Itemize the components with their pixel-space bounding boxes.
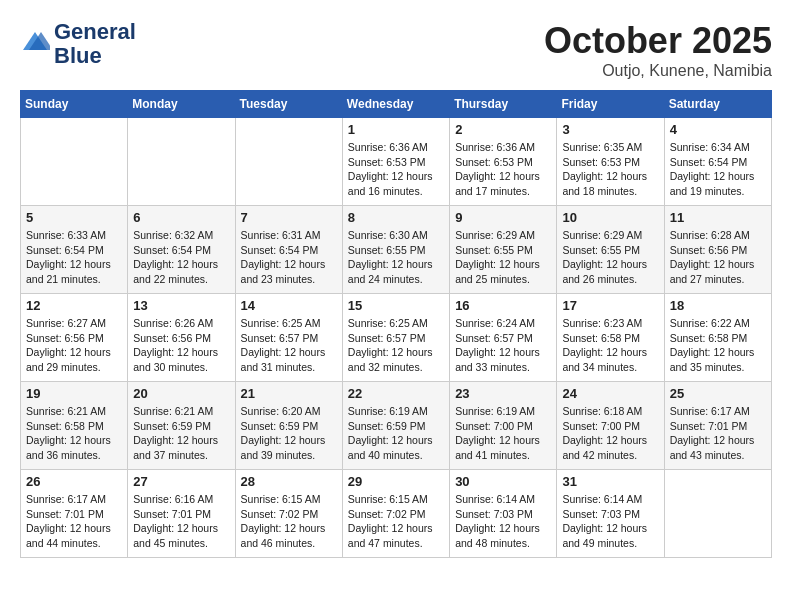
calendar-day: 15Sunrise: 6:25 AMSunset: 6:57 PMDayligh… [342,294,449,382]
calendar-day: 6Sunrise: 6:32 AMSunset: 6:54 PMDaylight… [128,206,235,294]
day-number: 4 [670,122,766,137]
day-info: Sunrise: 6:17 AMSunset: 7:01 PMDaylight:… [670,404,766,463]
day-number: 1 [348,122,444,137]
calendar-day: 9Sunrise: 6:29 AMSunset: 6:55 PMDaylight… [450,206,557,294]
calendar-day: 31Sunrise: 6:14 AMSunset: 7:03 PMDayligh… [557,470,664,558]
weekday-header: Thursday [450,91,557,118]
calendar-day: 17Sunrise: 6:23 AMSunset: 6:58 PMDayligh… [557,294,664,382]
day-info: Sunrise: 6:34 AMSunset: 6:54 PMDaylight:… [670,140,766,199]
weekday-header: Sunday [21,91,128,118]
calendar-day: 7Sunrise: 6:31 AMSunset: 6:54 PMDaylight… [235,206,342,294]
day-number: 8 [348,210,444,225]
month-title: October 2025 [544,20,772,62]
day-info: Sunrise: 6:30 AMSunset: 6:55 PMDaylight:… [348,228,444,287]
day-number: 21 [241,386,337,401]
weekday-header: Tuesday [235,91,342,118]
day-number: 24 [562,386,658,401]
weekday-header: Saturday [664,91,771,118]
day-number: 16 [455,298,551,313]
calendar-week-row: 26Sunrise: 6:17 AMSunset: 7:01 PMDayligh… [21,470,772,558]
calendar-day: 24Sunrise: 6:18 AMSunset: 7:00 PMDayligh… [557,382,664,470]
day-info: Sunrise: 6:18 AMSunset: 7:00 PMDaylight:… [562,404,658,463]
day-info: Sunrise: 6:28 AMSunset: 6:56 PMDaylight:… [670,228,766,287]
calendar-day: 12Sunrise: 6:27 AMSunset: 6:56 PMDayligh… [21,294,128,382]
day-number: 5 [26,210,122,225]
calendar-day: 19Sunrise: 6:21 AMSunset: 6:58 PMDayligh… [21,382,128,470]
day-number: 12 [26,298,122,313]
calendar-day: 30Sunrise: 6:14 AMSunset: 7:03 PMDayligh… [450,470,557,558]
day-number: 7 [241,210,337,225]
calendar-day: 11Sunrise: 6:28 AMSunset: 6:56 PMDayligh… [664,206,771,294]
day-number: 11 [670,210,766,225]
day-info: Sunrise: 6:36 AMSunset: 6:53 PMDaylight:… [348,140,444,199]
day-info: Sunrise: 6:26 AMSunset: 6:56 PMDaylight:… [133,316,229,375]
day-info: Sunrise: 6:15 AMSunset: 7:02 PMDaylight:… [348,492,444,551]
day-info: Sunrise: 6:19 AMSunset: 7:00 PMDaylight:… [455,404,551,463]
day-number: 10 [562,210,658,225]
calendar-day: 1Sunrise: 6:36 AMSunset: 6:53 PMDaylight… [342,118,449,206]
weekday-header: Wednesday [342,91,449,118]
page-header: General Blue October 2025 Outjo, Kunene,… [20,20,772,80]
day-info: Sunrise: 6:35 AMSunset: 6:53 PMDaylight:… [562,140,658,199]
logo-icon [20,29,50,59]
day-info: Sunrise: 6:15 AMSunset: 7:02 PMDaylight:… [241,492,337,551]
day-number: 19 [26,386,122,401]
day-info: Sunrise: 6:31 AMSunset: 6:54 PMDaylight:… [241,228,337,287]
calendar-day: 18Sunrise: 6:22 AMSunset: 6:58 PMDayligh… [664,294,771,382]
calendar-day: 29Sunrise: 6:15 AMSunset: 7:02 PMDayligh… [342,470,449,558]
calendar-empty [128,118,235,206]
calendar-day: 25Sunrise: 6:17 AMSunset: 7:01 PMDayligh… [664,382,771,470]
day-number: 20 [133,386,229,401]
day-number: 22 [348,386,444,401]
day-info: Sunrise: 6:17 AMSunset: 7:01 PMDaylight:… [26,492,122,551]
day-number: 18 [670,298,766,313]
calendar-week-row: 5Sunrise: 6:33 AMSunset: 6:54 PMDaylight… [21,206,772,294]
calendar-header-row: SundayMondayTuesdayWednesdayThursdayFrid… [21,91,772,118]
day-number: 25 [670,386,766,401]
day-number: 15 [348,298,444,313]
day-number: 17 [562,298,658,313]
day-number: 14 [241,298,337,313]
calendar-day: 5Sunrise: 6:33 AMSunset: 6:54 PMDaylight… [21,206,128,294]
calendar-day: 22Sunrise: 6:19 AMSunset: 6:59 PMDayligh… [342,382,449,470]
calendar-day: 26Sunrise: 6:17 AMSunset: 7:01 PMDayligh… [21,470,128,558]
day-number: 30 [455,474,551,489]
day-info: Sunrise: 6:14 AMSunset: 7:03 PMDaylight:… [562,492,658,551]
calendar-day: 28Sunrise: 6:15 AMSunset: 7:02 PMDayligh… [235,470,342,558]
day-number: 31 [562,474,658,489]
calendar-day: 13Sunrise: 6:26 AMSunset: 6:56 PMDayligh… [128,294,235,382]
calendar-day: 2Sunrise: 6:36 AMSunset: 6:53 PMDaylight… [450,118,557,206]
calendar-empty [235,118,342,206]
day-number: 28 [241,474,337,489]
calendar-week-row: 1Sunrise: 6:36 AMSunset: 6:53 PMDaylight… [21,118,772,206]
day-number: 23 [455,386,551,401]
day-info: Sunrise: 6:19 AMSunset: 6:59 PMDaylight:… [348,404,444,463]
logo: General Blue [20,20,136,68]
day-number: 26 [26,474,122,489]
day-number: 27 [133,474,229,489]
calendar-day: 10Sunrise: 6:29 AMSunset: 6:55 PMDayligh… [557,206,664,294]
calendar-day: 20Sunrise: 6:21 AMSunset: 6:59 PMDayligh… [128,382,235,470]
day-info: Sunrise: 6:29 AMSunset: 6:55 PMDaylight:… [455,228,551,287]
title-block: October 2025 Outjo, Kunene, Namibia [544,20,772,80]
day-info: Sunrise: 6:22 AMSunset: 6:58 PMDaylight:… [670,316,766,375]
weekday-header: Monday [128,91,235,118]
calendar-week-row: 19Sunrise: 6:21 AMSunset: 6:58 PMDayligh… [21,382,772,470]
calendar-day: 16Sunrise: 6:24 AMSunset: 6:57 PMDayligh… [450,294,557,382]
calendar-empty [21,118,128,206]
day-number: 6 [133,210,229,225]
calendar-week-row: 12Sunrise: 6:27 AMSunset: 6:56 PMDayligh… [21,294,772,382]
day-info: Sunrise: 6:21 AMSunset: 6:58 PMDaylight:… [26,404,122,463]
calendar-empty [664,470,771,558]
day-number: 29 [348,474,444,489]
calendar-day: 27Sunrise: 6:16 AMSunset: 7:01 PMDayligh… [128,470,235,558]
day-info: Sunrise: 6:29 AMSunset: 6:55 PMDaylight:… [562,228,658,287]
logo-text: General Blue [54,20,136,68]
day-info: Sunrise: 6:27 AMSunset: 6:56 PMDaylight:… [26,316,122,375]
calendar-day: 23Sunrise: 6:19 AMSunset: 7:00 PMDayligh… [450,382,557,470]
day-info: Sunrise: 6:36 AMSunset: 6:53 PMDaylight:… [455,140,551,199]
day-info: Sunrise: 6:25 AMSunset: 6:57 PMDaylight:… [348,316,444,375]
day-number: 9 [455,210,551,225]
day-info: Sunrise: 6:21 AMSunset: 6:59 PMDaylight:… [133,404,229,463]
day-info: Sunrise: 6:25 AMSunset: 6:57 PMDaylight:… [241,316,337,375]
